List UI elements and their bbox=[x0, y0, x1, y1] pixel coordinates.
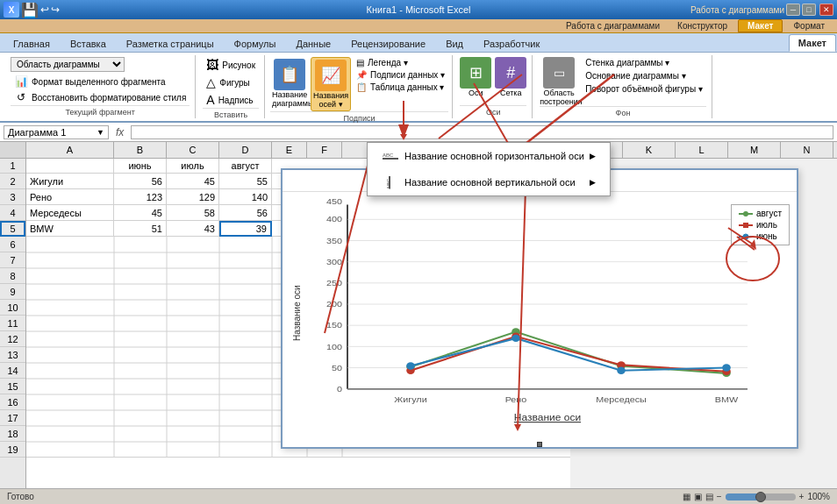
axis-titles-btn[interactable]: 📈 Названия осей ▾ bbox=[311, 57, 351, 111]
chart-container[interactable]: Доходы от парковки Название оси bbox=[281, 168, 798, 449]
cell-A3[interactable]: Рено bbox=[26, 189, 114, 205]
tab-view[interactable]: Вид bbox=[436, 35, 473, 52]
minimize-btn[interactable]: ─ bbox=[786, 4, 800, 16]
cell-D4[interactable]: 56 bbox=[219, 205, 272, 221]
col-header-M[interactable]: M bbox=[728, 142, 781, 158]
quick-access-redo[interactable]: ↪ bbox=[51, 4, 60, 16]
title-text: Книга1 - Microsoft Excel bbox=[367, 4, 471, 15]
current-fragment-select[interactable]: Область диаграммы bbox=[11, 57, 125, 72]
cell-C3[interactable]: 129 bbox=[167, 189, 219, 205]
view-normal-btn[interactable]: ▦ bbox=[683, 492, 690, 501]
zoom-in-btn[interactable]: + bbox=[799, 492, 805, 501]
tab-formulas[interactable]: Формулы bbox=[225, 35, 286, 52]
row-header-9[interactable]: 9 bbox=[0, 284, 25, 300]
tab-review[interactable]: Рецензирование bbox=[341, 35, 435, 52]
row-header-4[interactable]: 4 bbox=[0, 205, 25, 221]
row-header-11[interactable]: 11 bbox=[0, 316, 25, 331]
cell-C2[interactable]: 45 bbox=[167, 174, 219, 189]
tab-maket-active[interactable]: Макет bbox=[789, 34, 836, 52]
zoom-out-btn[interactable]: − bbox=[717, 492, 722, 501]
data-labels-btn[interactable]: 📌 Подписи данных ▾ bbox=[353, 69, 448, 81]
tab-developer[interactable]: Разработчик bbox=[474, 35, 549, 52]
row-header-8[interactable]: 8 bbox=[0, 268, 25, 284]
cell-B2[interactable]: 56 bbox=[114, 174, 167, 189]
labels-group-label: Подписи bbox=[270, 111, 448, 123]
format-selected-btn[interactable]: 📊 Формат выделенного фрагмента bbox=[11, 74, 190, 89]
col-header-D[interactable]: D bbox=[219, 142, 272, 158]
row-header-16[interactable]: 16 bbox=[0, 394, 25, 410]
cell-B3[interactable]: 123 bbox=[114, 189, 167, 205]
col-header-N[interactable]: N bbox=[781, 142, 833, 158]
cell-C1[interactable]: июль bbox=[167, 158, 219, 174]
quick-access-save[interactable]: 💾 bbox=[21, 2, 39, 18]
base-btn[interactable]: Основание диаграммы ▾ bbox=[582, 70, 706, 82]
cell-A2[interactable]: Жигули bbox=[26, 174, 114, 189]
tab-format[interactable]: Формат bbox=[784, 20, 833, 32]
plot-area-btn[interactable]: ▭ Область построения bbox=[540, 57, 578, 106]
col-header-A[interactable]: A bbox=[26, 142, 114, 158]
row-header-15[interactable]: 15 bbox=[0, 379, 25, 394]
close-btn[interactable]: ✕ bbox=[819, 4, 833, 16]
cell-B4[interactable]: 45 bbox=[114, 205, 167, 221]
chart-title-btn[interactable]: 📋 Название диаграммы bbox=[270, 57, 309, 110]
tab-page-layout[interactable]: Разметка страницы bbox=[117, 35, 224, 52]
col-header-B[interactable]: B bbox=[114, 142, 167, 158]
cell-D2[interactable]: 55 bbox=[219, 174, 272, 189]
legend-btn[interactable]: ▤ Легенда ▾ bbox=[353, 57, 448, 68]
axis-dropdown-item-vertical[interactable]: ABC Название основной вертикальной оси ▶ bbox=[368, 169, 610, 195]
row-header-17[interactable]: 17 bbox=[0, 410, 25, 426]
row-header-3[interactable]: 3 bbox=[0, 189, 25, 205]
name-box-dropdown[interactable]: ▼ bbox=[97, 128, 104, 137]
cell-D3[interactable]: 140 bbox=[219, 189, 272, 205]
cell-D5[interactable]: 39 bbox=[219, 221, 272, 237]
tab-maket[interactable]: Макет bbox=[738, 19, 783, 32]
row-header-12[interactable]: 12 bbox=[0, 331, 25, 347]
cell-A5[interactable]: BMW bbox=[26, 221, 114, 237]
wall-btn[interactable]: Стенка диаграммы ▾ bbox=[582, 57, 706, 68]
resize-handle-bottom[interactable] bbox=[537, 442, 542, 447]
data-table-btn[interactable]: 📋 Таблица данных ▾ bbox=[353, 82, 448, 93]
cell-A1[interactable] bbox=[26, 158, 114, 174]
restore-format-btn[interactable]: ↺ Восстановить форматирование стиля bbox=[11, 89, 190, 105]
tab-data[interactable]: Данные bbox=[286, 35, 340, 52]
rotate-btn[interactable]: Поворот объёмной фигуры ▾ bbox=[582, 83, 706, 95]
view-page-btn[interactable]: ▣ bbox=[694, 492, 702, 501]
quick-access-undo[interactable]: ↩ bbox=[40, 4, 49, 16]
view-preview-btn[interactable]: ▤ bbox=[705, 492, 713, 501]
row-header-19[interactable]: 19 bbox=[0, 442, 25, 458]
picture-btn[interactable]: 🖼 Рисунок bbox=[203, 57, 259, 73]
cell-D1[interactable]: август bbox=[219, 158, 272, 174]
cell-B5[interactable]: 51 bbox=[114, 221, 167, 237]
col-header-C[interactable]: C bbox=[167, 142, 219, 158]
cell-C4[interactable]: 58 bbox=[167, 205, 219, 221]
shapes-btn[interactable]: △ Фигуры bbox=[203, 75, 259, 90]
formula-input[interactable] bbox=[131, 125, 833, 139]
row-header-13[interactable]: 13 bbox=[0, 347, 25, 363]
axis-dropdown-item-horizontal[interactable]: ABC Название основной горизонтальной оси… bbox=[368, 143, 610, 169]
col-header-E[interactable]: E bbox=[272, 142, 307, 158]
col-header-K[interactable]: K bbox=[623, 142, 676, 158]
grid-btn[interactable]: # Сетка bbox=[495, 57, 526, 97]
row-header-10[interactable]: 10 bbox=[0, 300, 25, 316]
textbox-btn[interactable]: A Надпись bbox=[203, 92, 259, 108]
name-box[interactable]: Диаграмма 1 ▼ bbox=[4, 125, 109, 139]
tab-constructor[interactable]: Конструктор bbox=[669, 20, 736, 32]
maximize-btn[interactable]: □ bbox=[802, 4, 816, 16]
cell-B1[interactable]: июнь bbox=[114, 158, 167, 174]
col-header-F[interactable]: F bbox=[307, 142, 342, 158]
zoom-slider[interactable] bbox=[726, 493, 796, 500]
tab-home[interactable]: Главная bbox=[4, 35, 60, 52]
axes-btn[interactable]: ⊞ Оси bbox=[460, 57, 491, 97]
row-header-7[interactable]: 7 bbox=[0, 252, 25, 268]
row-header-1[interactable]: 1 bbox=[0, 158, 25, 174]
row-header-14[interactable]: 14 bbox=[0, 363, 25, 379]
row-header-6[interactable]: 6 bbox=[0, 237, 25, 252]
col-header-L[interactable]: L bbox=[676, 142, 728, 158]
cell-C5[interactable]: 43 bbox=[167, 221, 219, 237]
cell-A4[interactable]: Мерседесы bbox=[26, 205, 114, 221]
row-header-5[interactable]: 5 bbox=[0, 221, 25, 237]
row-header-2[interactable]: 2 bbox=[0, 174, 25, 189]
tab-insert[interactable]: Вставка bbox=[61, 35, 116, 52]
svg-text:200: 200 bbox=[326, 300, 342, 309]
row-header-18[interactable]: 18 bbox=[0, 426, 25, 442]
